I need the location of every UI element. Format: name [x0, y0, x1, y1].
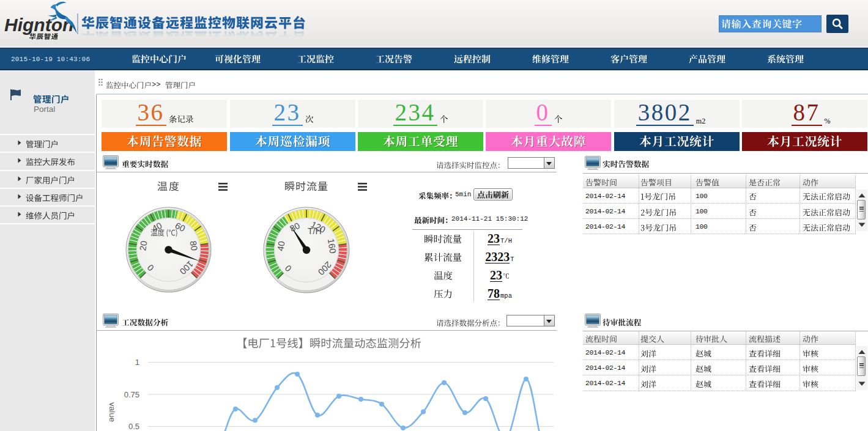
svg-text:40: 40 — [275, 240, 286, 251]
svg-text:80: 80 — [188, 240, 199, 251]
svg-text:20: 20 — [138, 240, 149, 251]
